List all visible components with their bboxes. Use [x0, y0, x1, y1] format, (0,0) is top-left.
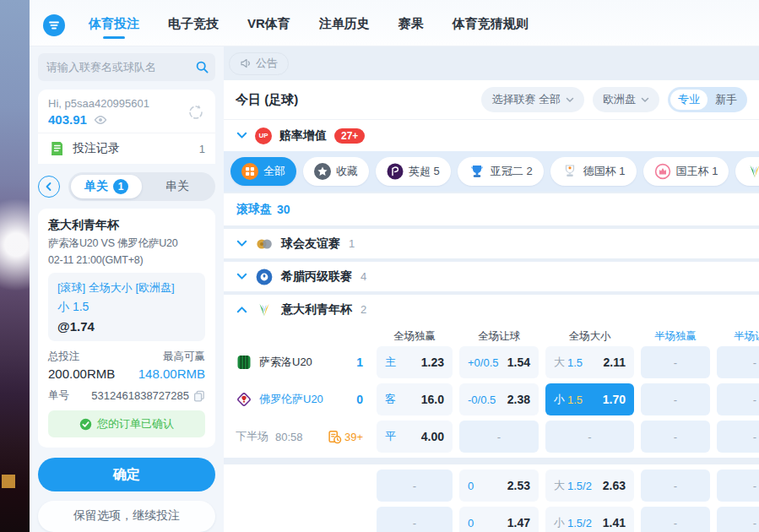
slip-tabs-row: 单关 1 串关: [38, 172, 215, 201]
league-pill-2[interactable]: 英超 5: [376, 157, 451, 186]
odds-cell-empty: -: [641, 421, 710, 453]
table-row: 佛罗伦萨U200客16.0-0/0.52.38小1.51.70--: [224, 383, 759, 415]
chevron-down-icon: [566, 97, 574, 103]
parlay-bet-label: 串关: [165, 179, 189, 194]
league-pill-label: 亚冠二 2: [491, 164, 533, 179]
brand-logo-icon[interactable]: [43, 14, 65, 36]
mode-pro[interactable]: 专业: [670, 90, 707, 110]
ou-prefix: 大: [554, 478, 565, 493]
odds-cell[interactable]: -0/0.52.38: [459, 383, 539, 415]
league-section-2[interactable]: 意大利青年杯2: [224, 295, 759, 324]
league-pill-5[interactable]: 国王杯 1: [643, 157, 729, 186]
up-boost-icon: UP: [255, 128, 272, 144]
odds-label: 0: [468, 517, 474, 529]
league-select-dropdown[interactable]: 选择联赛 全部: [481, 87, 584, 112]
odds-cell[interactable]: 01.47: [459, 507, 539, 532]
live-markets-count: 30: [277, 203, 290, 216]
team-cell: 佛罗伦萨U200: [230, 383, 370, 415]
search-input[interactable]: [46, 61, 195, 73]
bet-record-row[interactable]: 投注记录 1: [38, 133, 215, 164]
back-button[interactable]: [38, 176, 60, 198]
doc-clock-icon: [328, 430, 342, 444]
odds-label: 主: [385, 355, 396, 370]
chevron-down-icon: [236, 273, 247, 280]
odds-cell[interactable]: 大1.5/22.63: [545, 470, 634, 502]
nav-tab-2[interactable]: VR体育: [247, 11, 290, 41]
league-pill-3[interactable]: 亚冠二 2: [458, 157, 544, 186]
odds-label: 平: [385, 429, 396, 444]
table-row: -01.47小1.5/21.41--: [224, 507, 759, 532]
ribbon-v-icon: [256, 301, 273, 318]
max-win-value: 148.00RMB: [127, 366, 205, 381]
nav-tab-0[interactable]: 体育投注: [89, 11, 139, 41]
league-filter-pills: 全部收藏英超 5亚冠二 2德国杯 1国王杯 1意大利青年杯 2: [224, 151, 759, 192]
odds-cell-selected[interactable]: 小1.51.70: [545, 383, 634, 415]
refresh-icon[interactable]: [187, 103, 205, 122]
league-section-0[interactable]: 球会友谊赛1: [224, 229, 759, 258]
main-content: 公告 今日 (足球) 选择联赛 全部 欧洲盘 专业 新手: [224, 46, 759, 532]
slip-league-name: 意大利青年杯: [48, 218, 205, 233]
league-section-1[interactable]: 希腊丙级联赛4: [224, 262, 759, 291]
odds-cell-empty: -: [545, 421, 634, 453]
mode-novice[interactable]: 新手: [707, 90, 745, 110]
nav-tab-4[interactable]: 赛果: [398, 11, 424, 41]
odds-boost-row[interactable]: UP 赔率增值 27+: [224, 119, 759, 151]
page-title: 今日 (足球): [236, 92, 473, 108]
nav-tab-5[interactable]: 体育竞猜规则: [453, 11, 529, 41]
greek-league-icon: [256, 269, 273, 285]
col-header-3[interactable]: 半场独赢: [641, 329, 710, 344]
odds-table-header: 全场独赢全场让球全场大小半场独赢半场让球: [224, 326, 759, 346]
odds-value: 1.41: [603, 516, 626, 529]
friendly-balls-icon: [256, 237, 273, 251]
odds-value: 1.23: [421, 356, 444, 369]
league-pill-1[interactable]: 收藏: [303, 157, 369, 186]
sassuolo-crest-icon: [236, 354, 252, 371]
section-name: 希腊丙级联赛: [281, 269, 352, 285]
tab-single-bet[interactable]: 单关 1: [71, 175, 142, 198]
odds-cell-empty: -: [641, 346, 710, 378]
odds-cell[interactable]: 02.53: [459, 470, 539, 502]
odds-value: 2.38: [507, 393, 530, 406]
search-icon[interactable]: [195, 60, 209, 74]
league-pill-4[interactable]: 德国杯 1: [550, 157, 637, 186]
nav-tab-1[interactable]: 电子竞技: [168, 11, 219, 41]
odds-value: 2.53: [507, 479, 530, 492]
stadium-photo-strip: [0, 0, 30, 532]
odds-value: 4.00: [421, 430, 444, 443]
nav-tab-3[interactable]: 注单历史: [319, 11, 370, 41]
balance-amount: 403.91: [48, 112, 87, 127]
odds-cell[interactable]: 主1.23: [377, 346, 453, 378]
top-navigation: 体育投注电子竞技VR体育注单历史赛果体育竞猜规则: [30, 0, 759, 46]
total-stake-label: 总投注: [48, 350, 127, 364]
confirm-button[interactable]: 确定: [38, 458, 215, 491]
single-bet-count-badge: 1: [113, 179, 128, 194]
keep-selection-button[interactable]: 保留选项，继续投注: [38, 501, 215, 532]
odds-cell-empty: -: [717, 507, 759, 532]
odds-cell[interactable]: 小1.5/21.41: [545, 507, 634, 532]
search-bar: [38, 53, 215, 81]
odds-value: 16.0: [421, 393, 444, 406]
eye-icon[interactable]: [94, 115, 107, 125]
odds-cell-empty: -: [717, 383, 759, 415]
live-markets-row[interactable]: 滚球盘 30: [224, 193, 759, 225]
league-pill-0[interactable]: 全部: [230, 157, 296, 186]
col-header-4[interactable]: 半场让球: [717, 329, 759, 344]
slip-selection-box: [滚球] 全场大小 [欧洲盘] 小 1.5 @1.74: [48, 273, 205, 341]
copy-icon[interactable]: [193, 390, 205, 402]
odds-type-dropdown[interactable]: 欧洲盘: [593, 87, 659, 112]
odds-cell[interactable]: 客16.0: [377, 383, 453, 415]
tab-parlay-bet[interactable]: 串关: [142, 175, 213, 198]
more-markets[interactable]: 39+: [328, 430, 363, 444]
odds-cell[interactable]: 大1.52.11: [545, 346, 634, 378]
league-pill-6[interactable]: 意大利青年杯 2: [735, 157, 759, 186]
odds-cell[interactable]: 平4.00: [377, 421, 453, 453]
announcement-pill[interactable]: 公告: [229, 52, 289, 75]
odds-cell-empty: -: [717, 346, 759, 378]
ou-prefix: 小: [554, 515, 565, 530]
bet-record-count: 1: [199, 143, 205, 155]
team-cell: 萨索洛U201: [230, 346, 370, 378]
match-info-cell: 下半场80:5839+: [230, 421, 370, 453]
odds-cell[interactable]: +0/0.51.54: [459, 346, 539, 378]
section-count: 1: [349, 237, 355, 250]
more-markets-count: 39+: [344, 431, 363, 443]
